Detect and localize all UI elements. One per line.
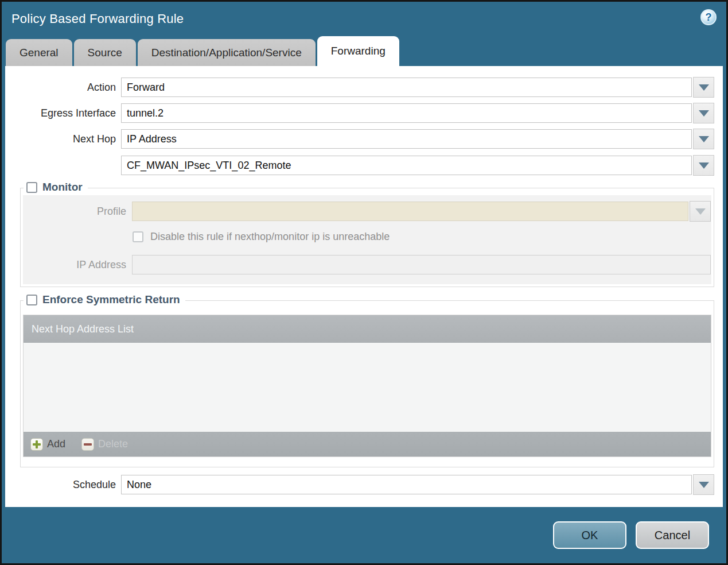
monitor-panel: Profile Disable this rule if nexthop/mon… <box>23 195 711 284</box>
tab-bar: General Source Destination/Application/S… <box>2 36 726 66</box>
chevron-down-icon <box>695 208 706 215</box>
profile-row: Profile <box>23 201 711 222</box>
disable-rule-label: Disable this rule if nexthop/monitor ip … <box>150 231 390 243</box>
plus-icon <box>30 438 43 451</box>
next-hop-row: Next Hop <box>5 129 714 149</box>
profile-label: Profile <box>23 206 132 218</box>
symmetric-return-legend: Enforce Symmetric Return <box>24 293 185 306</box>
table-header: Next Hop Address List <box>24 315 711 343</box>
monitor-checkbox[interactable] <box>26 182 37 193</box>
egress-interface-row: Egress Interface <box>5 103 714 123</box>
ok-button[interactable]: OK <box>553 521 626 549</box>
delete-button: Delete <box>81 438 128 451</box>
action-label: Action <box>5 82 121 94</box>
table-header-label: Next Hop Address List <box>32 323 134 335</box>
action-row: Action <box>5 77 714 98</box>
cancel-button[interactable]: Cancel <box>636 521 709 549</box>
profile-dropdown-button <box>690 201 711 222</box>
help-glyph: ? <box>706 11 712 24</box>
tab-forwarding[interactable]: Forwarding <box>317 36 399 66</box>
chevron-down-icon <box>699 482 709 488</box>
add-button[interactable]: Add <box>30 438 65 451</box>
profile-input <box>132 202 688 221</box>
next-hop-address-list-table: Next Hop Address List Add Delete <box>23 315 711 457</box>
monitor-legend-label: Monitor <box>42 181 83 194</box>
help-icon[interactable]: ? <box>700 9 717 25</box>
schedule-dropdown-button[interactable] <box>693 474 714 495</box>
egress-interface-dropdown-button[interactable] <box>693 103 714 123</box>
schedule-label: Schedule <box>5 479 121 491</box>
symmetric-return-group: Enforce Symmetric Return Next Hop Addres… <box>20 300 714 467</box>
symmetric-return-checkbox[interactable] <box>26 295 37 305</box>
disable-rule-checkbox <box>133 231 143 242</box>
chevron-down-icon <box>699 84 709 91</box>
chevron-down-icon <box>699 136 709 142</box>
egress-interface-input[interactable] <box>121 103 692 123</box>
monitor-ip-address-label: IP Address <box>23 259 132 271</box>
next-hop-address-row <box>5 155 714 176</box>
symmetric-return-legend-label: Enforce Symmetric Return <box>42 293 180 306</box>
monitor-ip-address-row: IP Address <box>23 254 711 275</box>
schedule-row: Schedule <box>5 474 714 495</box>
minus-icon <box>81 438 94 451</box>
next-hop-address-input[interactable] <box>121 156 692 175</box>
table-footer: Add Delete <box>24 432 711 456</box>
monitor-ip-address-input <box>132 255 711 274</box>
egress-interface-label: Egress Interface <box>5 107 121 119</box>
dialog-footer: OK Cancel <box>2 507 726 563</box>
action-input[interactable] <box>121 78 692 97</box>
action-dropdown-button[interactable] <box>693 77 714 98</box>
chevron-down-icon <box>699 162 709 169</box>
schedule-input[interactable] <box>121 475 692 494</box>
disable-rule-row: Disable this rule if nexthop/monitor ip … <box>133 230 711 243</box>
next-hop-dropdown-button[interactable] <box>693 129 714 149</box>
next-hop-type-input[interactable] <box>121 129 692 149</box>
next-hop-label: Next Hop <box>5 133 121 145</box>
tab-source[interactable]: Source <box>74 39 136 66</box>
delete-button-label: Delete <box>98 438 128 450</box>
tab-general[interactable]: General <box>6 39 72 66</box>
table-body <box>24 343 711 432</box>
next-hop-address-dropdown-button[interactable] <box>693 155 714 176</box>
add-button-label: Add <box>47 438 65 450</box>
chevron-down-icon <box>699 110 709 117</box>
dialog-content: Action Egress Interface Next Hop Monitor <box>5 66 723 507</box>
monitor-group: Monitor Profile Disable this rule if nex… <box>20 188 714 287</box>
dialog-titlebar: Policy Based Forwarding Rule ? <box>2 2 726 36</box>
dialog-title: Policy Based Forwarding Rule <box>11 11 184 26</box>
monitor-legend: Monitor <box>24 181 88 194</box>
tab-destination-application-service[interactable]: Destination/Application/Service <box>138 39 316 66</box>
